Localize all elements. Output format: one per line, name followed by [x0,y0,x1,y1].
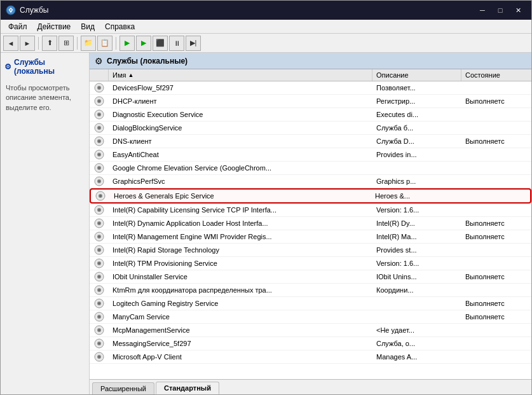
table-row[interactable]: Intel(R) TPM Provisioning Service Versio… [90,257,531,270]
row-name: Logitech Gaming Registry Service [109,297,372,310]
row-icon [90,257,109,270]
row-icon [90,324,109,336]
row-description: Version: 1.6... [372,204,461,216]
table-row[interactable]: DevicesFlow_5f297 Позволяет... [90,81,531,95]
row-name: Google Chrome Elevation Service (GoogleC… [109,162,372,174]
table-row[interactable]: Intel(R) Dynamic Application Loader Host… [90,217,531,230]
row-description: IObit Unins... [372,270,461,283]
table-row[interactable]: Google Chrome Elevation Service (GoogleC… [90,162,531,175]
menu-view[interactable]: Вид [76,21,100,32]
col-description[interactable]: Описание [372,69,461,81]
row-icon [90,310,109,323]
table-row[interactable]: DHCP-клиент Регистрир... Выполняетс [90,95,531,108]
left-panel-description: Чтобы просмотреть описание элемента, выд… [3,78,86,118]
row-status [461,284,531,296]
row-icon [90,230,109,243]
show-hide-button[interactable]: ⊞ [58,36,74,51]
row-name: IObit Uninstaller Service [109,270,372,283]
menu-help[interactable]: Справка [100,21,140,32]
svg-point-18 [99,154,100,156]
row-name: DHCP-клиент [109,95,372,107]
svg-point-63 [99,356,100,358]
svg-point-0 [6,6,15,15]
svg-point-33 [99,223,100,225]
table-row[interactable]: EasyAntiCheat Provides in... [90,148,531,162]
table-row[interactable]: Microsoft App-V Client Manages A... [90,350,531,364]
left-panel: ⚙ Службы (локальны Чтобы просмотреть опи… [1,53,90,394]
table-row[interactable]: McpManagementService <Не удает... [90,324,531,337]
stop-service-button[interactable]: ▶ [136,36,151,51]
table-row[interactable]: Intel(R) Rapid Storage Technology Provid… [90,244,531,257]
row-status: Выполняетс [461,297,531,310]
col-icon [90,69,109,81]
resume-service-button[interactable]: ⏸ [169,36,184,51]
row-description: Координи... [372,284,461,296]
row-icon [90,284,109,296]
services-table-container[interactable]: Имя ▲ Описание Состояние [90,69,531,379]
row-status [461,204,531,216]
row-icon [90,217,109,230]
window-controls: ─ □ ✕ [474,4,526,17]
row-name: KtmRm для координатора распределенных тр… [109,284,372,296]
row-name: Intel(R) Dynamic Application Loader Host… [109,217,372,230]
table-row[interactable]: Heroes & Generals Epic Service Heroes &.… [90,188,531,204]
services-window: Службы ─ □ ✕ Файл Действие Вид Справка ◄… [0,0,532,395]
svg-point-6 [99,100,100,102]
row-description: Heroes &... [371,190,460,202]
forward-button[interactable]: ► [20,36,35,51]
toolbar-separator-1 [38,37,39,50]
row-description: <Не удает... [372,324,461,336]
table-row[interactable]: DNS-клиент Служба D... Выполняетс [90,135,531,148]
row-icon [90,175,109,188]
pause-service-button[interactable]: ⬛ [153,36,168,51]
left-panel-icon: ⚙ [4,62,11,71]
back-button[interactable]: ◄ [3,36,18,51]
table-row[interactable]: KtmRm для координатора распределенных тр… [90,284,531,297]
row-status [461,148,531,161]
close-button[interactable]: ✕ [510,4,526,17]
table-row[interactable]: GraphicsPerfSvc Graphics p... [90,175,531,188]
row-description: Provides st... [372,244,461,256]
row-name: DevicesFlow_5f297 [109,81,372,94]
menu-bar: Файл Действие Вид Справка [1,20,531,34]
start-service-button[interactable]: ▶ [119,36,135,51]
table-row[interactable]: Diagnostic Execution Service Executes di… [90,108,531,121]
maximize-button[interactable]: □ [492,4,508,17]
col-name[interactable]: Имя ▲ [109,69,372,81]
menu-action[interactable]: Действие [32,21,76,32]
row-status [460,190,530,202]
row-icon [91,190,110,202]
export-button[interactable]: 📋 [97,36,113,51]
browse-button[interactable]: 📁 [81,36,96,51]
row-status [461,244,531,256]
tab-standard[interactable]: Стандартный [156,382,219,394]
row-icon [90,81,109,94]
menu-file[interactable]: Файл [3,21,32,32]
row-name: Microsoft App-V Client [109,350,372,363]
table-row[interactable]: Intel(R) Management Engine WMI Provider … [90,230,531,244]
row-status: Выполняетс [461,217,531,230]
bottom-tabs: Расширенный Стандартный [90,379,531,394]
table-row[interactable]: IObit Uninstaller Service IObit Unins...… [90,270,531,284]
restart-service-button[interactable]: ▶| [186,36,201,51]
table-row[interactable]: Intel(R) Capability Licensing Service TC… [90,204,531,217]
row-status [461,324,531,336]
up-button[interactable]: ⬆ [42,36,57,51]
col-status[interactable]: Состояние [461,69,531,81]
minimize-button[interactable]: ─ [474,4,491,17]
tab-extended[interactable]: Расширенный [92,382,154,394]
svg-point-21 [99,167,100,169]
svg-point-51 [99,303,100,305]
table-body: DevicesFlow_5f297 Позволяет... DHCP-клие… [90,81,531,364]
table-row[interactable]: MessagingService_5f297 Служба, о... [90,337,531,350]
row-status [461,108,531,121]
table-row[interactable]: DialogBlockingService Служба б... [90,121,531,135]
svg-point-57 [99,329,100,331]
row-status: Выполняетс [461,270,531,283]
table-row[interactable]: Logitech Gaming Registry Service Выполня… [90,297,531,310]
table-row[interactable]: ManyCam Service Выполняетс [90,310,531,324]
row-icon [90,95,109,107]
svg-point-42 [99,263,100,265]
row-status [461,257,531,270]
svg-point-30 [99,209,100,211]
